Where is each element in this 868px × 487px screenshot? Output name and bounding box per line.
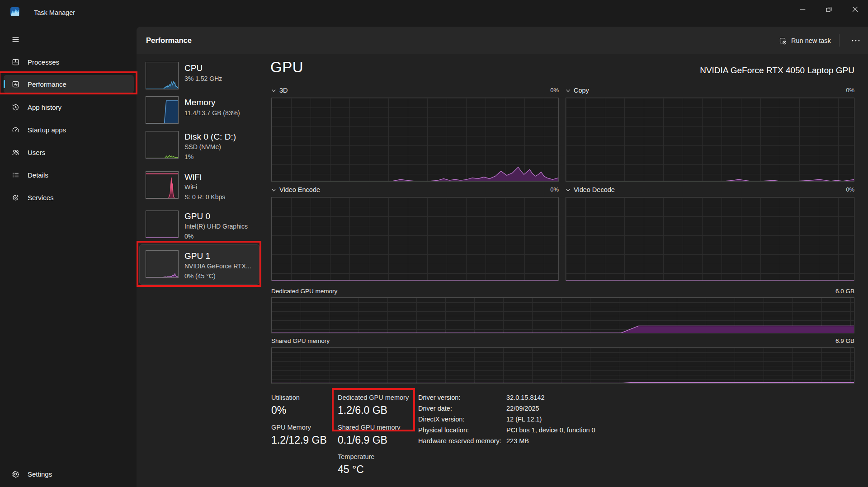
sidebar-item-details[interactable]: Details	[4, 166, 134, 184]
toolbar-divider	[839, 34, 840, 47]
ellipsis-icon	[851, 39, 860, 42]
perf-item-sub: S: 0 R: 0 Kbps	[184, 193, 225, 201]
gpu-copy-chart	[566, 98, 854, 182]
perf-item-sub: 3% 1.52 GHz	[184, 75, 222, 82]
section-percent: 0%	[846, 186, 854, 193]
perf-item-sub: SSD (NVMe)	[184, 143, 221, 150]
dedicated-memory-label: Dedicated GPU memory	[271, 288, 337, 295]
directx-version-label: DirectX version:	[418, 416, 464, 423]
physical-location-label: Physical location:	[418, 426, 469, 434]
sidebar-item-services[interactable]: Services	[4, 188, 134, 206]
users-icon	[12, 149, 19, 156]
maximize-button[interactable]	[816, 0, 842, 18]
content-header	[137, 27, 868, 54]
perf-item-title: Memory	[184, 98, 216, 108]
hardware-reserved-memory-value: 223 MB	[506, 437, 529, 445]
section-label: Video Decode	[574, 186, 615, 193]
title-bar: Task Manager	[0, 0, 868, 20]
sidebar-item-users[interactable]: Users	[4, 143, 134, 161]
stat-label-utilisation: Utilisation	[271, 394, 300, 401]
stat-label-gpu-memory: GPU Memory	[271, 424, 311, 431]
chevron-down-icon	[271, 187, 276, 192]
gpu-3d-chart	[271, 98, 559, 182]
minimize-button[interactable]	[789, 0, 816, 18]
stat-label-shared-memory: Shared GPU memory	[338, 424, 401, 431]
driver-version-label: Driver version:	[418, 394, 460, 401]
chevron-down-icon	[566, 88, 571, 93]
stat-label-temperature: Temperature	[338, 453, 374, 460]
section-label: Copy	[574, 87, 589, 94]
sidebar-item-label: Details	[28, 171, 48, 179]
perf-item-sub: WiFi	[184, 183, 197, 191]
sidebar-item-label: Settings	[28, 470, 52, 478]
stat-value-utilisation: 0%	[271, 404, 286, 417]
stat-value-gpu-memory: 1.2/12.9 GB	[271, 434, 327, 446]
section-label: 3D	[279, 87, 288, 94]
processes-icon	[12, 58, 19, 66]
section-percent: 0%	[550, 87, 559, 94]
perf-item-sub: 1%	[184, 153, 193, 160]
disk-thumbnail-chart	[146, 131, 179, 159]
restore-icon	[825, 5, 833, 13]
run-new-task-label: Run new task	[791, 37, 831, 44]
performance-icon	[12, 80, 19, 88]
driver-date-label: Driver date:	[418, 405, 452, 412]
shared-memory-chart	[271, 347, 854, 384]
page-title: Performance	[146, 36, 192, 45]
perf-item-title: Disk 0 (C: D:)	[184, 132, 236, 142]
app-history-icon	[12, 103, 19, 111]
sidebar-item-label: App history	[28, 103, 61, 111]
shared-memory-label: Shared GPU memory	[271, 337, 330, 344]
perf-item-sub: 0% (45 °C)	[184, 272, 216, 280]
video-encode-chart	[271, 197, 559, 281]
window-title: Task Manager	[34, 9, 75, 16]
chevron-down-icon	[566, 187, 571, 192]
section-header-copy[interactable]: Copy	[566, 86, 589, 95]
sidebar-item-label: Processes	[28, 58, 59, 66]
close-button[interactable]	[842, 0, 868, 18]
wifi-thumbnail-chart	[146, 171, 179, 199]
dedicated-memory-chart	[271, 297, 854, 333]
stat-value-dedicated-memory: 1.2/6.0 GB	[338, 404, 387, 417]
perf-item-title: GPU 1	[184, 251, 210, 261]
perf-item-sub: Intel(R) UHD Graphics	[184, 223, 248, 230]
section-header-video-encode[interactable]: Video Encode	[271, 185, 320, 194]
driver-version-value: 32.0.15.8142	[506, 394, 545, 401]
section-header-3d[interactable]: 3D	[271, 86, 288, 95]
memory-thumbnail-chart	[146, 96, 179, 124]
cpu-thumbnail-chart	[146, 62, 179, 89]
hardware-reserved-memory-label: Hardware reserved memory:	[418, 437, 501, 445]
sidebar-item-startup-apps[interactable]: Startup apps	[4, 121, 134, 139]
gpu1-thumbnail-chart	[146, 250, 179, 278]
chevron-down-icon	[271, 88, 276, 93]
task-manager-window: Task Manager Processes Performance App h…	[0, 0, 868, 487]
gpu-pane-title: GPU	[270, 59, 303, 76]
run-new-task-icon	[778, 37, 787, 45]
details-icon	[12, 171, 19, 179]
video-decode-chart	[566, 197, 854, 281]
gpu-device-name: NVIDIA GeForce RTX 4050 Laptop GPU	[700, 66, 854, 75]
section-label: Video Encode	[279, 186, 320, 193]
gear-icon	[12, 470, 19, 478]
sidebar-item-performance[interactable]: Performance	[4, 75, 134, 93]
navigation-menu-button[interactable]	[6, 31, 24, 47]
section-percent: 0%	[550, 186, 559, 193]
dedicated-memory-max: 6.0 GB	[835, 288, 854, 295]
sidebar-item-app-history[interactable]: App history	[4, 98, 134, 116]
section-header-video-decode[interactable]: Video Decode	[566, 185, 615, 194]
sidebar-item-settings[interactable]: Settings	[4, 465, 134, 483]
perf-item-title: CPU	[184, 63, 203, 73]
gpu0-thumbnail-chart	[146, 211, 179, 238]
sidebar-item-processes[interactable]: Processes	[4, 53, 134, 71]
stat-value-shared-memory: 0.1/6.9 GB	[338, 434, 387, 446]
minimize-icon	[799, 5, 807, 13]
task-manager-app-icon	[10, 7, 20, 17]
selected-accent-bar	[4, 80, 5, 88]
directx-version-value: 12 (FL 12.1)	[506, 416, 542, 423]
driver-date-value: 22/09/2025	[506, 405, 539, 412]
more-options-button[interactable]	[848, 34, 863, 47]
run-new-task-button[interactable]: Run new task	[778, 34, 831, 47]
hamburger-icon	[12, 36, 19, 43]
close-icon	[851, 5, 859, 13]
perf-item-sub: 11.4/13.7 GB (83%)	[184, 109, 240, 117]
